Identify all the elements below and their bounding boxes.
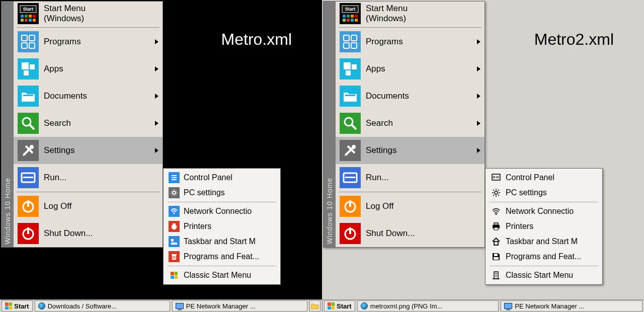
menu-search[interactable]: Search	[336, 110, 485, 137]
start-menu-2: Windows 10 Home Start Start Menu(Windows…	[323, 1, 485, 248]
svg-rect-11	[29, 35, 35, 41]
svg-rect-87	[494, 254, 498, 256]
shutdown-icon	[18, 223, 39, 244]
taskbar-item[interactable]: PE Network Manager ...	[501, 300, 642, 311]
menu-documents[interactable]: Documents	[336, 83, 485, 110]
quicklaunch-explorer[interactable]	[309, 300, 320, 311]
sub-pc-settings[interactable]: PC settings	[486, 185, 602, 200]
menu-shutdown[interactable]: Shut Down...	[336, 220, 485, 247]
home-icon	[491, 236, 502, 247]
menu-documents[interactable]: Documents	[14, 83, 163, 110]
menu-header-label: Start Menu(Windows)	[366, 4, 408, 23]
svg-line-79	[498, 195, 499, 196]
windows-logo-icon	[328, 302, 335, 309]
building-icon	[491, 270, 502, 281]
menu-logoff-label: Log Off	[44, 201, 71, 211]
svg-rect-17	[23, 95, 33, 96]
sub-progfeat[interactable]: Programs and Feat...	[164, 249, 280, 264]
chevron-right-icon	[477, 121, 480, 126]
settings-icon	[340, 140, 361, 161]
menu-programs[interactable]: Programs	[336, 28, 485, 55]
chevron-right-icon	[155, 66, 158, 71]
sub-classic-label: Classic Start Menu	[184, 271, 251, 280]
divider	[168, 266, 276, 266]
svg-point-32	[174, 213, 175, 214]
svg-rect-48	[355, 15, 358, 18]
svg-point-20	[30, 145, 34, 149]
sub-taskbar-label: Taskbar and Start M	[184, 237, 256, 246]
svg-rect-60	[345, 95, 355, 96]
sub-network[interactable]: Network Connectio	[164, 204, 280, 219]
svg-rect-65	[345, 177, 355, 178]
sub-printers[interactable]: Printers	[164, 219, 280, 234]
svg-text:Start: Start	[345, 7, 356, 12]
sub-classic[interactable]: Classic Start Menu	[486, 268, 602, 283]
divider	[168, 202, 276, 202]
shutdown-icon	[340, 223, 361, 244]
svg-rect-51	[351, 19, 354, 22]
programs-icon	[340, 31, 361, 52]
menu-run[interactable]: Run...	[14, 164, 163, 191]
gear-icon	[491, 187, 502, 198]
sub-progfeat[interactable]: Programs and Feat...	[486, 249, 602, 264]
wifi-icon	[169, 206, 180, 217]
chevron-right-icon	[477, 39, 480, 44]
menu-settings[interactable]: Settings	[14, 137, 163, 164]
svg-rect-45	[343, 15, 346, 18]
sub-taskbar[interactable]: Taskbar and Start M	[164, 234, 280, 249]
windows-logo-icon	[169, 270, 180, 281]
chevron-right-icon	[477, 148, 480, 153]
svg-point-31	[171, 190, 177, 196]
sub-control-panel[interactable]: Control Panel	[486, 170, 602, 185]
menu-header[interactable]: Start Start Menu (Windows)	[14, 2, 163, 27]
run-icon	[340, 167, 361, 188]
taskbar-item[interactable]: metroxml.png (PNG Im...	[357, 300, 499, 311]
svg-rect-4	[29, 15, 32, 18]
menu-apps[interactable]: Apps	[14, 55, 163, 83]
menu-search[interactable]: Search	[14, 110, 163, 137]
folder-icon	[311, 302, 319, 309]
svg-rect-10	[22, 35, 27, 41]
start-tile-icon: Start	[18, 3, 39, 24]
sub-pc-settings[interactable]: PC settings	[164, 185, 280, 200]
svg-rect-55	[344, 43, 349, 48]
sub-classic[interactable]: Classic Start Menu	[164, 268, 280, 283]
chevron-right-icon	[155, 39, 158, 44]
svg-rect-15	[30, 64, 35, 69]
menu-apps[interactable]: Apps	[336, 55, 485, 83]
svg-rect-57	[344, 62, 351, 69]
svg-line-19	[30, 125, 34, 129]
menu-logoff[interactable]: Log Off	[336, 193, 485, 220]
menu-programs[interactable]: Programs	[14, 28, 163, 55]
menu-items: Start Start Menu(Windows) Programs Apps …	[336, 2, 485, 247]
apps-icon	[18, 58, 39, 80]
taskbar-left: Start Downloads / Software... PE Network…	[0, 300, 322, 312]
caption-left: Metro.xml	[221, 30, 292, 49]
svg-rect-89	[494, 272, 498, 279]
taskbar-right: Start metroxml.png (PNG Im... PE Network…	[322, 300, 644, 312]
svg-line-78	[493, 190, 494, 191]
save-icon	[491, 251, 502, 262]
taskbar-item[interactable]: PE Network Manager ...	[172, 300, 307, 311]
menu-settings[interactable]: Settings	[336, 137, 485, 164]
divider	[490, 266, 598, 266]
logoff-icon	[340, 196, 361, 217]
start-button[interactable]: Start	[2, 300, 33, 311]
sub-network-label: Network Connectio	[184, 207, 252, 216]
menu-shutdown[interactable]: Shut Down...	[14, 220, 163, 247]
menu-header[interactable]: Start Start Menu(Windows)	[336, 2, 485, 27]
sub-network[interactable]: Network Connectio	[486, 204, 602, 219]
menu-run[interactable]: Run...	[336, 164, 485, 191]
printer-icon	[169, 221, 180, 232]
sub-printers[interactable]: Printers	[486, 219, 602, 234]
taskbar-item[interactable]: Downloads / Software...	[35, 300, 170, 311]
start-button[interactable]: Start	[324, 300, 355, 311]
sub-taskbar[interactable]: Taskbar and Start M	[486, 234, 602, 249]
svg-rect-22	[23, 177, 33, 178]
sub-control-panel[interactable]: Control Panel	[164, 170, 280, 185]
divider	[339, 27, 481, 28]
caption-right: Metro2.xml	[534, 30, 614, 49]
search-icon	[340, 113, 361, 134]
menu-logoff[interactable]: Log Off	[14, 193, 163, 220]
chevron-right-icon	[477, 94, 480, 99]
